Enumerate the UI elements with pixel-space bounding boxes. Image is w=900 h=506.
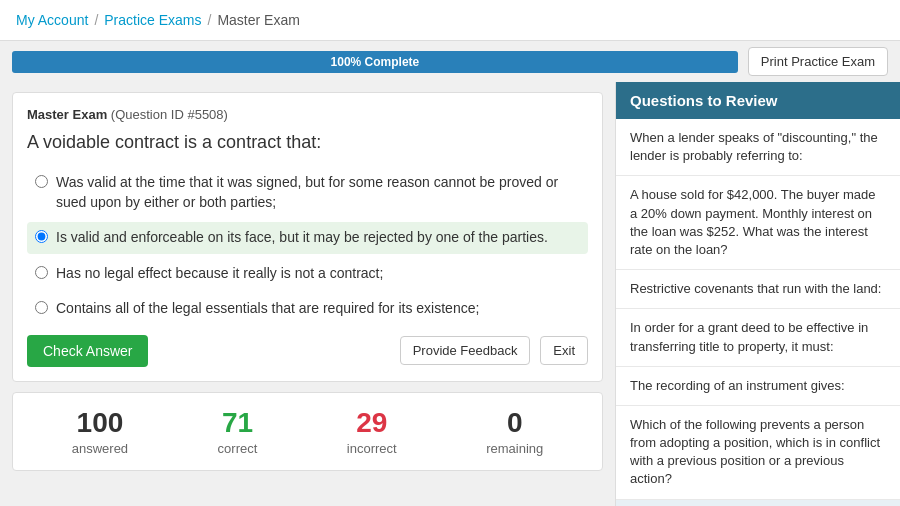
answer-label-a: Was valid at the time that it was signed…	[56, 173, 580, 212]
progress-label: 100% Complete	[331, 55, 420, 69]
answer-label-b: Is valid and enforceable on its face, bu…	[56, 228, 548, 248]
exit-button[interactable]: Exit	[540, 336, 588, 365]
review-item-5[interactable]: Which of the following prevents a person…	[616, 406, 900, 500]
question-id: (Question ID #5508)	[111, 107, 228, 122]
remaining-value: 0	[486, 407, 543, 439]
question-text: A voidable contract is a contract that:	[27, 132, 588, 153]
correct-value: 71	[218, 407, 258, 439]
stat-answered: 100 answered	[72, 407, 128, 456]
stat-correct: 71 correct	[218, 407, 258, 456]
provide-feedback-button[interactable]: Provide Feedback	[400, 336, 531, 365]
separator-1: /	[94, 12, 98, 28]
radio-a[interactable]	[35, 175, 48, 188]
answer-option-b[interactable]: Is valid and enforceable on its face, bu…	[27, 222, 588, 254]
answer-option-d[interactable]: Contains all of the legal essentials tha…	[27, 293, 588, 325]
review-item-6[interactable]: Which of the following statements is cor…	[616, 500, 900, 506]
separator-2: /	[208, 12, 212, 28]
radio-b[interactable]	[35, 230, 48, 243]
exam-name: Master Exam	[27, 107, 107, 122]
remaining-label: remaining	[486, 441, 543, 456]
secondary-actions: Provide Feedback Exit	[400, 336, 588, 365]
top-row: 100% Complete Print Practice Exam	[0, 41, 900, 82]
incorrect-label: incorrect	[347, 441, 397, 456]
progress-fill: 100% Complete	[12, 51, 738, 73]
correct-label: correct	[218, 441, 258, 456]
stat-remaining: 0 remaining	[486, 407, 543, 456]
current-page-label: Master Exam	[217, 12, 299, 28]
answer-option-a[interactable]: Was valid at the time that it was signed…	[27, 167, 588, 218]
breadcrumb: My Account / Practice Exams / Master Exa…	[0, 0, 900, 41]
stat-incorrect: 29 incorrect	[347, 407, 397, 456]
stats-card: 100 answered 71 correct 29 incorrect 0 r…	[12, 392, 603, 471]
review-item-1[interactable]: A house sold for $42,000. The buyer made…	[616, 176, 900, 270]
card-actions: Check Answer Provide Feedback Exit	[27, 335, 588, 367]
answer-label-d: Contains all of the legal essentials tha…	[56, 299, 479, 319]
answered-value: 100	[72, 407, 128, 439]
question-card-header: Master Exam (Question ID #5508)	[27, 107, 588, 122]
content-area: Master Exam (Question ID #5508) A voidab…	[0, 82, 900, 506]
my-account-link[interactable]: My Account	[16, 12, 88, 28]
progress-bar-container: 100% Complete	[12, 51, 738, 73]
incorrect-value: 29	[347, 407, 397, 439]
radio-d[interactable]	[35, 301, 48, 314]
radio-c[interactable]	[35, 266, 48, 279]
check-answer-button[interactable]: Check Answer	[27, 335, 148, 367]
review-item-0[interactable]: When a lender speaks of "discounting," t…	[616, 119, 900, 176]
left-area: Master Exam (Question ID #5508) A voidab…	[0, 82, 615, 506]
practice-exams-link[interactable]: Practice Exams	[104, 12, 201, 28]
right-panel-list: When a lender speaks of "discounting," t…	[616, 119, 900, 506]
review-item-3[interactable]: In order for a grant deed to be effectiv…	[616, 309, 900, 366]
right-panel: Questions to Review When a lender speaks…	[615, 82, 900, 506]
answered-label: answered	[72, 441, 128, 456]
answer-option-c[interactable]: Has no legal effect because it really is…	[27, 258, 588, 290]
print-button[interactable]: Print Practice Exam	[748, 47, 888, 76]
question-card: Master Exam (Question ID #5508) A voidab…	[12, 92, 603, 382]
review-item-4[interactable]: The recording of an instrument gives:	[616, 367, 900, 406]
progress-outer: 100% Complete	[12, 51, 738, 73]
right-panel-header: Questions to Review	[616, 82, 900, 119]
review-item-2[interactable]: Restrictive covenants that run with the …	[616, 270, 900, 309]
answer-label-c: Has no legal effect because it really is…	[56, 264, 383, 284]
